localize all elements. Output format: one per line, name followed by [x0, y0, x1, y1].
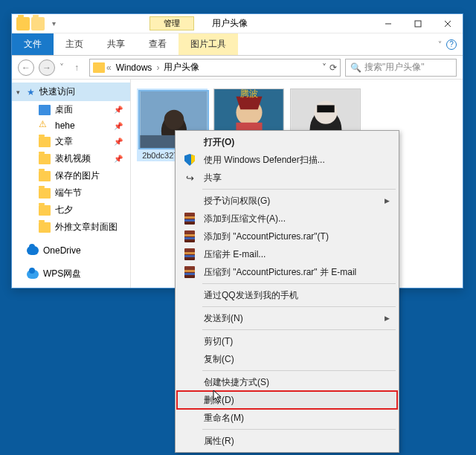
rar-icon: [183, 248, 196, 261]
ctx-cut[interactable]: 剪切(T): [177, 332, 397, 350]
ctx-label: 添加到压缩文件(A)...: [204, 213, 286, 225]
ctx-share[interactable]: ↪共享: [177, 169, 397, 187]
close-button[interactable]: [433, 14, 463, 33]
recent-dropdown-icon[interactable]: ˅: [60, 62, 64, 73]
sidebar-item-label: WPS网盘: [43, 268, 81, 280]
sidebar-item-articles[interactable]: 文章📌: [12, 133, 130, 150]
folder-icon: [39, 154, 51, 164]
ctx-send-to[interactable]: 发送到(N)▶: [177, 309, 397, 327]
up-button[interactable]: ↑: [68, 59, 85, 76]
history-dropdown-icon[interactable]: ˅: [322, 62, 327, 73]
breadcrumb[interactable]: Windows: [113, 62, 155, 73]
ctx-label: 授予访问权限(G): [204, 195, 270, 207]
tab-share[interactable]: 共享: [95, 33, 137, 55]
shield-icon: [183, 153, 196, 167]
sidebar-item-label: 端午节: [55, 187, 82, 199]
ctx-label: 发送到(N): [204, 312, 243, 325]
warn-icon: [39, 120, 51, 131]
context-menu: 打开(O) 使用 Windows Defender扫描... ↪共享 授予访问权…: [175, 130, 399, 453]
submenu-arrow-icon: ▶: [385, 197, 390, 204]
ctx-rar-add[interactable]: 添加到压缩文件(A)...: [177, 210, 397, 228]
ctx-qq-send[interactable]: 通过QQ发送到我的手机: [177, 286, 397, 304]
window-title: 用户头像: [212, 17, 248, 30]
search-input[interactable]: 🔍 搜索"用户头像": [345, 59, 457, 77]
ribbon-collapse[interactable]: ˅?: [432, 33, 463, 55]
folder-icon: [39, 137, 51, 147]
svg-rect-1: [415, 21, 421, 27]
ctx-defender[interactable]: 使用 Windows Defender扫描...: [177, 151, 397, 169]
ctx-label: 共享: [204, 172, 222, 184]
qat-dropdown-icon[interactable]: ▾: [52, 19, 56, 28]
sidebar-item-label: 文章: [55, 135, 73, 148]
search-placeholder: 搜索"用户头像": [364, 61, 425, 74]
ctx-access[interactable]: 授予访问权限(G)▶: [177, 192, 397, 210]
tab-file[interactable]: 文件: [12, 33, 54, 55]
sidebar-item-label: 装机视频: [55, 152, 91, 165]
sidebar-quick-access[interactable]: ★快速访问: [12, 83, 130, 101]
search-icon: 🔍: [350, 62, 361, 73]
sidebar-item-label: 桌面: [55, 103, 73, 116]
sidebar-item-label: 七夕: [55, 204, 73, 216]
ctx-rar-add-named[interactable]: 添加到 "AccountPictures.rar"(T): [177, 228, 397, 245]
sidebar-item-wps[interactable]: WPS网盘: [12, 265, 130, 283]
desktop-icon: [39, 105, 51, 115]
refresh-icon[interactable]: ⟳: [329, 62, 337, 73]
sidebar-item-qixi[interactable]: 七夕: [12, 201, 130, 219]
tab-home[interactable]: 主页: [54, 33, 95, 55]
ribbon-tabs: 文件 主页 共享 查看 图片工具 ˅?: [12, 33, 463, 56]
cloud-icon: [27, 270, 39, 279]
folder-icon: [93, 62, 105, 73]
sidebar-item-label: 外推文章封面图: [55, 221, 118, 233]
star-icon: ★: [27, 87, 35, 97]
ctx-rar-email-named[interactable]: 压缩到 "AccountPictures.rar" 并 E-mail: [177, 263, 397, 281]
pin-icon: 📌: [114, 138, 123, 146]
minimize-button[interactable]: [373, 14, 403, 33]
ctx-rename[interactable]: 重命名(M): [177, 409, 397, 427]
ctx-properties[interactable]: 属性(R): [177, 432, 397, 450]
back-button[interactable]: ←: [18, 59, 34, 76]
pin-icon: 📌: [114, 106, 123, 114]
tab-view[interactable]: 查看: [137, 33, 178, 55]
sidebar-label: 快速访问: [39, 85, 75, 98]
navigation-sidebar: ★快速访问 桌面📌 hehe📌 文章📌 装机视频📌 保存的图片 端午节 七夕 外…: [12, 80, 131, 288]
sidebar-item-covers[interactable]: 外推文章封面图: [12, 219, 130, 236]
sidebar-item-label: hehe: [55, 120, 75, 131]
folder-icon: [39, 205, 51, 216]
contextual-tab-label: 管理: [149, 16, 194, 30]
forward-button[interactable]: →: [39, 59, 55, 76]
tab-picture-tools[interactable]: 图片工具: [178, 33, 238, 55]
pin-icon: 📌: [114, 122, 123, 130]
sidebar-item-duanwu[interactable]: 端午节: [12, 184, 130, 201]
breadcrumb[interactable]: 用户头像: [161, 61, 202, 74]
qat-shortcut-icon[interactable]: [31, 17, 45, 30]
sidebar-item-onedrive[interactable]: OneDrive: [12, 243, 130, 258]
rar-icon: [183, 212, 196, 225]
ctx-label: 压缩并 E-mail...: [204, 248, 266, 261]
address-bar-row: ← → ˅ ↑ « Windows › 用户头像 ˅⟳ 🔍 搜索"用户头像": [12, 56, 463, 80]
quick-access-toolbar: ▾: [12, 17, 60, 30]
ctx-label: 压缩到 "AccountPictures.rar" 并 E-mail: [204, 266, 356, 279]
svg-rect-15: [317, 105, 334, 112]
rar-icon: [183, 230, 196, 243]
maximize-button[interactable]: [403, 14, 433, 33]
onedrive-icon: [27, 246, 39, 255]
sidebar-item-desktop[interactable]: 桌面📌: [12, 101, 130, 118]
ctx-label: 添加到 "AccountPictures.rar"(T): [204, 230, 329, 243]
address-bar[interactable]: « Windows › 用户头像 ˅⟳: [89, 59, 341, 77]
ctx-delete[interactable]: 删除(D): [177, 391, 397, 409]
ctx-rar-email[interactable]: 压缩并 E-mail...: [177, 245, 397, 263]
app-icon[interactable]: [16, 17, 30, 30]
title-bar: ▾ 管理 用户头像: [12, 14, 463, 33]
sidebar-item-label: 保存的图片: [55, 170, 100, 182]
sidebar-item-saved-pics[interactable]: 保存的图片: [12, 167, 130, 184]
folder-icon: [39, 171, 51, 181]
sidebar-item-hehe[interactable]: hehe📌: [12, 118, 130, 133]
sidebar-item-label: OneDrive: [43, 245, 81, 256]
ctx-open[interactable]: 打开(O): [177, 133, 397, 151]
rar-icon: [183, 265, 196, 279]
ctx-copy[interactable]: 复制(C): [177, 350, 397, 368]
svg-point-14: [314, 101, 337, 124]
ctx-shortcut[interactable]: 创建快捷方式(S): [177, 373, 397, 391]
folder-icon: [39, 222, 51, 233]
sidebar-item-videos[interactable]: 装机视频📌: [12, 150, 130, 167]
